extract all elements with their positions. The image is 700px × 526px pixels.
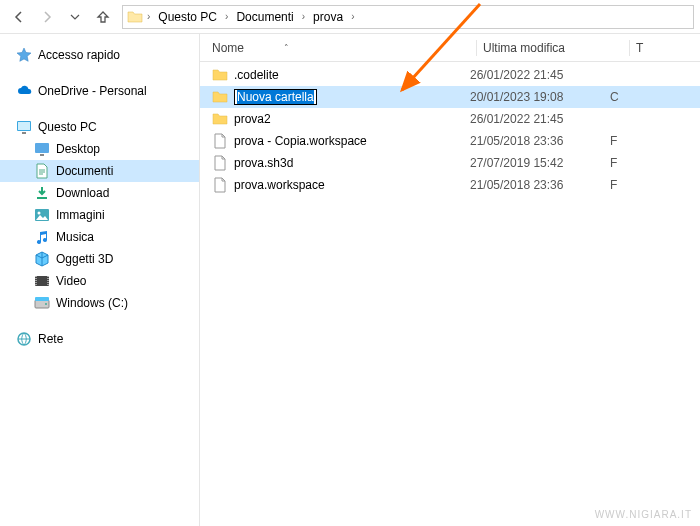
column-label: Ultima modifica — [483, 41, 565, 55]
breadcrumb-label: Documenti — [236, 10, 293, 24]
drive-icon — [34, 295, 50, 311]
file-date: 21/05/2018 23:36 — [470, 134, 610, 148]
chevron-right-icon[interactable]: › — [145, 11, 152, 22]
sidebar-quick-access[interactable]: Accesso rapido — [0, 44, 199, 66]
sidebar-item-desktop[interactable]: Desktop — [0, 138, 199, 160]
folder-icon — [212, 111, 228, 127]
monitor-icon — [16, 119, 32, 135]
folder-icon — [127, 9, 143, 25]
pictures-icon — [34, 207, 50, 223]
sidebar-item-label: Questo PC — [38, 120, 97, 134]
cloud-icon — [16, 83, 32, 99]
watermark: WWW.NIGIARA.IT — [595, 509, 692, 520]
nav-recent-dropdown[interactable] — [62, 4, 88, 30]
file-name: prova.sh3d — [234, 156, 293, 170]
chevron-right-icon[interactable]: › — [349, 11, 356, 22]
file-icon — [212, 133, 228, 149]
file-list-pane: Nome ˄ Ultima modifica T .codelite26/01/… — [200, 34, 700, 526]
folder-icon — [212, 89, 228, 105]
documents-icon — [34, 163, 50, 179]
file-name: prova.workspace — [234, 178, 325, 192]
star-icon — [16, 47, 32, 63]
download-icon — [34, 185, 50, 201]
column-label: Nome — [212, 41, 244, 55]
sidebar-item-label: Oggetti 3D — [56, 252, 113, 266]
sidebar-item-label: Download — [56, 186, 109, 200]
column-separator[interactable] — [629, 40, 630, 56]
sidebar-item-music[interactable]: Musica — [0, 226, 199, 248]
breadcrumb-item[interactable]: Documenti — [232, 6, 297, 28]
column-header-name[interactable]: Nome ˄ — [212, 41, 470, 55]
video-icon — [34, 273, 50, 289]
column-headers: Nome ˄ Ultima modifica T — [200, 34, 700, 62]
file-type: F — [610, 156, 700, 170]
sidebar-item-label: Desktop — [56, 142, 100, 156]
sidebar-item-label: Video — [56, 274, 86, 288]
breadcrumb-item[interactable]: Questo PC — [154, 6, 221, 28]
file-name: prova2 — [234, 112, 271, 126]
toolbar: › Questo PC › Documenti › prova › — [0, 0, 700, 34]
file-row[interactable]: .codelite26/01/2022 21:45 — [200, 64, 700, 86]
sidebar-item-label: Immagini — [56, 208, 105, 222]
rename-input[interactable]: Nuova cartella — [234, 89, 317, 105]
sidebar-item-drive[interactable]: Windows (C:) — [0, 292, 199, 314]
file-row[interactable]: prova - Copia.workspace21/05/2018 23:36F — [200, 130, 700, 152]
sidebar-item-label: Windows (C:) — [56, 296, 128, 310]
sidebar-onedrive[interactable]: OneDrive - Personal — [0, 80, 199, 102]
file-type: C — [610, 90, 700, 104]
breadcrumb-label: Questo PC — [158, 10, 217, 24]
file-type: F — [610, 178, 700, 192]
navigation-pane: Accesso rapido OneDrive - Personal Quest… — [0, 34, 200, 526]
sidebar-item-label: OneDrive - Personal — [38, 84, 147, 98]
file-row[interactable]: Nuova cartella20/01/2023 19:08C — [200, 86, 700, 108]
sidebar-item-label: Rete — [38, 332, 63, 346]
sidebar-item-label: Musica — [56, 230, 94, 244]
nav-forward-button[interactable] — [34, 4, 60, 30]
file-date: 27/07/2019 15:42 — [470, 156, 610, 170]
sidebar-item-video[interactable]: Video — [0, 270, 199, 292]
column-label: T — [636, 41, 643, 55]
sidebar-item-label: Accesso rapido — [38, 48, 120, 62]
file-type: F — [610, 134, 700, 148]
file-date: 20/01/2023 19:08 — [470, 90, 610, 104]
sidebar-item-download[interactable]: Download — [0, 182, 199, 204]
file-row[interactable]: prova226/01/2022 21:45 — [200, 108, 700, 130]
address-bar[interactable]: › Questo PC › Documenti › prova › — [122, 5, 694, 29]
file-row[interactable]: prova.sh3d27/07/2019 15:42F — [200, 152, 700, 174]
file-name: .codelite — [234, 68, 279, 82]
breadcrumb-item[interactable]: prova — [309, 6, 347, 28]
sidebar-network[interactable]: Rete — [0, 328, 199, 350]
file-icon — [212, 177, 228, 193]
chevron-right-icon[interactable]: › — [300, 11, 307, 22]
column-header-modified[interactable]: Ultima modifica — [483, 41, 623, 55]
file-name: prova - Copia.workspace — [234, 134, 367, 148]
file-icon — [212, 155, 228, 171]
file-date: 21/05/2018 23:36 — [470, 178, 610, 192]
file-date: 26/01/2022 21:45 — [470, 112, 610, 126]
column-header-type[interactable]: T — [636, 41, 700, 55]
sidebar-this-pc[interactable]: Questo PC — [0, 116, 199, 138]
folder-icon — [212, 67, 228, 83]
breadcrumb-label: prova — [313, 10, 343, 24]
column-separator[interactable] — [476, 40, 477, 56]
sidebar-item-label: Documenti — [56, 164, 113, 178]
sidebar-item-documents[interactable]: Documenti — [0, 160, 199, 182]
objects3d-icon — [34, 251, 50, 267]
sort-ascending-icon: ˄ — [284, 43, 289, 53]
file-list: .codelite26/01/2022 21:45Nuova cartella2… — [200, 62, 700, 526]
desktop-icon — [34, 141, 50, 157]
network-icon — [16, 331, 32, 347]
nav-up-button[interactable] — [90, 4, 116, 30]
music-icon — [34, 229, 50, 245]
sidebar-item-pictures[interactable]: Immagini — [0, 204, 199, 226]
sidebar-item-objects3d[interactable]: Oggetti 3D — [0, 248, 199, 270]
nav-back-button[interactable] — [6, 4, 32, 30]
file-date: 26/01/2022 21:45 — [470, 68, 610, 82]
chevron-right-icon[interactable]: › — [223, 11, 230, 22]
file-row[interactable]: prova.workspace21/05/2018 23:36F — [200, 174, 700, 196]
